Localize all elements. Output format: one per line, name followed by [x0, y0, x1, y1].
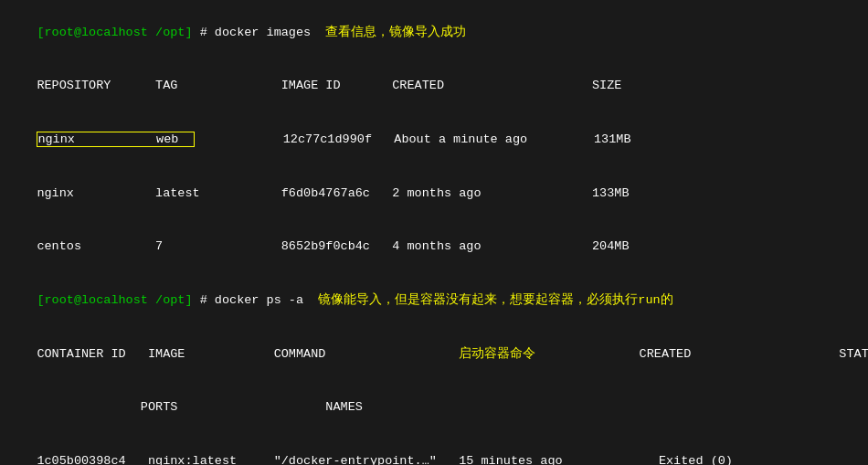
line-header-images: REPOSITORY TAG IMAGE ID CREATED SIZE: [7, 59, 861, 113]
line-nginx-web: nginx web 12c77c1d990f About a minute ag…: [7, 112, 861, 166]
nginx-web-row: nginx web 12c77c1d990f About a minute ag…: [37, 132, 630, 147]
prompt-2: [root@localhost /opt]: [37, 293, 192, 307]
cmd-2: # docker ps -a: [193, 293, 319, 307]
line-ps-header1: CONTAINER ID IMAGE COMMAND 启动容器命令 CREATE…: [7, 327, 861, 381]
images-header: REPOSITORY TAG IMAGE ID CREATED SIZE: [37, 79, 621, 92]
terminal-window: [root@localhost /opt] # docker images 查看…: [7, 5, 861, 460]
comment-3: 启动容器命令: [459, 347, 535, 361]
prompt-1: [root@localhost /opt]: [37, 26, 192, 39]
line-1: [root@localhost /opt] # docker images 查看…: [7, 5, 861, 59]
centos-row: centos 7 8652b9f0cb4c 4 months ago 204MB: [37, 239, 629, 253]
line-6: [root@localhost /opt] # docker ps -a 镜像能…: [7, 273, 861, 327]
comment-2: 镜像能导入，但是容器没有起来，想要起容器，必须执行run的: [318, 293, 672, 307]
cmd-1: # docker images: [193, 26, 326, 39]
container-1-row1: 1c05b00398c4 nginx:latest "/docker-entry…: [7, 435, 861, 466]
line-centos-7: centos 7 8652b9f0cb4c 4 months ago 204MB: [7, 220, 861, 274]
ps-header1b: CREATED STATUS: [535, 347, 868, 361]
ps-header1: CONTAINER ID IMAGE COMMAND: [37, 347, 459, 361]
line-ps-header2: PORTS NAMES: [7, 381, 861, 435]
ps-header2: PORTS NAMES: [37, 400, 362, 414]
comment-1: 查看信息，镜像导入成功: [325, 26, 466, 39]
nginx-latest-row: nginx latest f6d0b4767a6c 2 months ago 1…: [37, 186, 629, 200]
line-nginx-latest: nginx latest f6d0b4767a6c 2 months ago 1…: [7, 166, 861, 220]
